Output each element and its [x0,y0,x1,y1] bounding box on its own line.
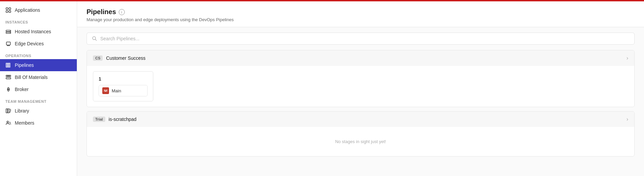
search-icon [92,36,98,42]
no-stages-message: No stages in sight just yet! [93,132,628,151]
operations-section-label: OPERATIONS [0,50,77,59]
svg-rect-13 [6,78,11,79]
edge-icon [5,41,11,47]
instances-section-label: INSTANCES [0,16,77,26]
svg-rect-9 [6,63,7,67]
chevron-right-icon-trial: › [627,116,628,122]
svg-rect-10 [8,63,9,67]
pipeline-group-customer-success: CS Customer Success › 1 [87,50,635,107]
svg-point-15 [8,89,9,90]
sidebar: Applications INSTANCES Hosted Instances [0,1,77,176]
team-management-section-label: TEAM MANAGEMENT [0,95,77,105]
svg-rect-3 [9,11,11,13]
chevron-right-icon: › [627,55,628,61]
pipeline-group-name-trial: is-scratchpad [109,117,137,122]
page-header: Pipelines i Manage your production and e… [77,1,644,27]
bom-icon [5,74,11,80]
sidebar-item-label: Library [15,108,29,114]
pipeline-badge-cs: CS [93,55,103,61]
svg-line-20 [95,39,97,41]
pipeline-group-title-trial: Trial is-scratchpad [93,117,137,122]
sidebar-item-library[interactable]: Library [0,105,77,117]
broker-icon [5,86,11,92]
library-icon [5,108,11,114]
info-icon[interactable]: i [119,9,125,15]
svg-rect-17 [8,109,9,113]
pipeline-group-name-cs: Customer Success [106,55,145,61]
sidebar-item-label: Bill Of Materials [15,75,48,80]
sidebar-item-bill-of-materials[interactable]: Bill Of Materials [0,71,77,83]
sidebar-item-label: Members [15,120,34,126]
sidebar-item-applications[interactable]: Applications [0,4,77,16]
pipeline-badge-trial: Trial [93,117,105,122]
pipeline-group-trial: Trial is-scratchpad › No stages in sight… [87,111,635,157]
hosted-icon [5,29,11,35]
pipeline-card-item[interactable]: Main [99,85,148,96]
svg-rect-16 [6,109,7,113]
pipeline-cards-cs: 1 Main [93,71,628,101]
search-container [87,33,635,45]
sidebar-item-label: Applications [15,7,40,13]
svg-rect-8 [6,42,10,45]
page-title: Pipelines [87,8,116,16]
sidebar-item-label: Edge Devices [15,41,44,46]
page-subtitle: Manage your production and edge deployme… [87,17,635,22]
main-content: Pipelines i Manage your production and e… [77,1,644,176]
pipeline-group-header-cs[interactable]: CS Customer Success › [87,50,634,66]
svg-point-18 [7,121,9,123]
pipeline-card-number: 1 [99,76,148,82]
sidebar-item-label: Pipelines [15,62,34,68]
svg-point-19 [93,37,96,40]
pipeline-group-title-cs: CS Customer Success [93,55,146,61]
svg-rect-0 [6,8,8,10]
sidebar-item-edge-devices[interactable]: Edge Devices [0,38,77,50]
pipeline-group-body-cs: 1 Main [87,66,634,107]
svg-rect-11 [9,63,10,67]
grid-icon [5,7,11,13]
sidebar-item-hosted-instances[interactable]: Hosted Instances [0,26,77,38]
sidebar-item-label: Broker [15,87,29,92]
sidebar-item-broker[interactable]: Broker [0,83,77,95]
svg-point-7 [10,33,10,33]
sidebar-item-members[interactable]: Members [0,117,77,129]
svg-point-5 [10,31,10,31]
members-icon [5,120,11,126]
pipeline-card-item-label: Main [112,88,121,93]
pipeline-group-body-trial: No stages in sight just yet! [87,127,634,156]
app-icon [102,87,109,94]
search-input[interactable] [100,36,630,41]
pipelines-icon [5,62,11,68]
pipeline-card[interactable]: 1 Main [93,71,153,101]
sidebar-item-pipelines[interactable]: Pipelines [0,59,77,71]
sidebar-item-label: Hosted Instances [15,29,51,34]
svg-rect-1 [9,8,11,10]
svg-rect-2 [6,11,8,13]
pipeline-group-header-trial[interactable]: Trial is-scratchpad › [87,112,634,127]
